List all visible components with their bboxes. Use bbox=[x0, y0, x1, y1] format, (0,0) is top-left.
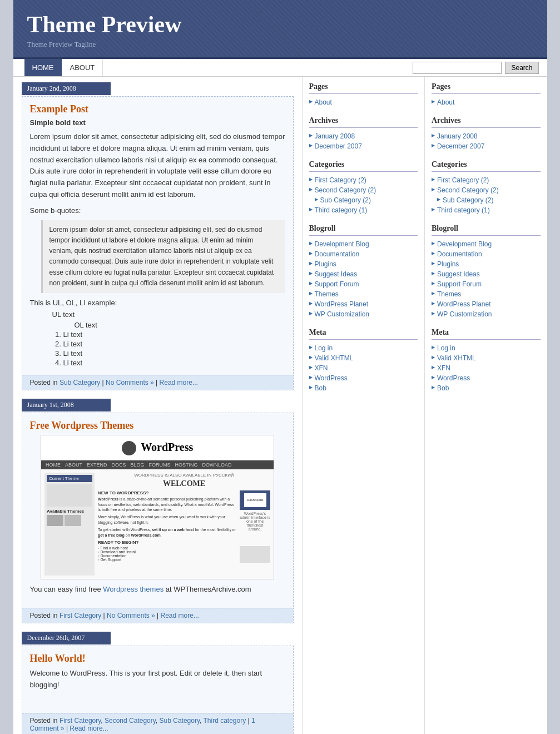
sidebar-pages-about-left[interactable]: About bbox=[315, 98, 332, 106]
sidebar-cat-sub-right[interactable]: Sub Category (2) bbox=[443, 196, 493, 204]
post-2-comments-link[interactable]: No Comments » bbox=[107, 612, 155, 619]
post-3-title: Hello World! bbox=[30, 653, 285, 664]
post-3-cat3-link[interactable]: Sub Category bbox=[160, 717, 200, 725]
post-1-li-list: Li text Li text Li text Li text bbox=[63, 330, 285, 367]
sidebar-meta-heading-left: Meta bbox=[309, 328, 418, 340]
post-1-read-more[interactable]: Read more... bbox=[160, 379, 198, 386]
sidebar-cat-first-right[interactable]: First Category (2) bbox=[437, 176, 489, 184]
sidebar-blogroll-right: Blogroll Development Blog Documentation … bbox=[432, 224, 541, 319]
sidebar-archives-heading-right: Archives bbox=[432, 116, 541, 128]
list-item: December 2007 bbox=[432, 141, 541, 151]
sidebar-cat-second-left[interactable]: Second Category (2) bbox=[315, 186, 376, 194]
sidebar-meta-list-left: Log in Valid XHTML XFN WordPress Bob bbox=[309, 343, 418, 393]
nav-about[interactable]: ABOUT bbox=[62, 59, 103, 76]
list-item: January 2008 bbox=[432, 131, 541, 141]
list-item: Li text bbox=[63, 349, 285, 358]
sidebar-archives-right: Archives January 2008 December 2007 bbox=[432, 116, 541, 151]
list-item: Bob bbox=[309, 383, 418, 393]
posted-in-label: Posted in bbox=[30, 717, 60, 725]
sidebar-meta-heading-right: Meta bbox=[432, 328, 541, 340]
post-1-bquotes-label: Some b-quotes: bbox=[30, 206, 285, 215]
list-item: January 2008 bbox=[309, 131, 418, 141]
wp-logo-bar: WordPress bbox=[41, 435, 274, 460]
list-item: Documentation bbox=[432, 249, 541, 259]
search-input[interactable] bbox=[413, 62, 502, 74]
list-item: Third category (1) bbox=[309, 205, 418, 215]
post-1-cat-link[interactable]: Sub Category bbox=[60, 379, 100, 386]
main-content: January 2nd, 2008 Example Post Simple bo… bbox=[13, 77, 303, 734]
post-2-title: Free Wordpress Themes bbox=[30, 420, 285, 432]
post-3-cat1-link[interactable]: First Category bbox=[60, 717, 101, 725]
post-1-comments-link[interactable]: No Comments » bbox=[106, 379, 154, 386]
sidebar-cat-first-left[interactable]: First Category (2) bbox=[315, 176, 366, 184]
post-1-title-link[interactable]: Example Post bbox=[30, 103, 89, 115]
post-3-read-more[interactable]: Read more... bbox=[70, 725, 108, 732]
sidebar-archive-jan-right[interactable]: January 2008 bbox=[437, 132, 478, 140]
post-3-cat2-link[interactable]: Second Category bbox=[105, 717, 156, 725]
sidebar-categories-left: Categories First Category (2) Second Cat… bbox=[309, 160, 418, 215]
sidebar-archives-left: Archives January 2008 December 2007 bbox=[309, 116, 418, 151]
sidebar-archive-jan-left[interactable]: January 2008 bbox=[315, 132, 355, 140]
list-item: Support Forum bbox=[309, 279, 418, 289]
post-1: Example Post Simple bold text Lorem ipsu… bbox=[22, 96, 294, 390]
post-2-title-link[interactable]: Free Wordpress Themes bbox=[30, 420, 134, 431]
list-item: Valid XHTML bbox=[432, 353, 541, 363]
list-item: Suggest Ideas bbox=[309, 269, 418, 279]
sidebar-archives-list-left: January 2008 December 2007 bbox=[309, 131, 418, 151]
wp-body: Current Theme Available Themes WORDPRESS… bbox=[41, 469, 274, 579]
sidebar-cat-third-right[interactable]: Third category (1) bbox=[437, 206, 490, 214]
post-2-read-more[interactable]: Read more... bbox=[161, 612, 199, 619]
wp-nav-bar: HOME ABOUT EXTEND DOCS BLOG FORUMS HOSTI… bbox=[41, 460, 274, 469]
sidebar-categories-heading-left: Categories bbox=[309, 160, 418, 172]
list-item: WordPress bbox=[432, 373, 541, 383]
sidebar: Pages About Archives January 2008 Decemb… bbox=[303, 77, 547, 734]
wp-main-small: WORDPRESS IS ALSO AVAILABLE IN РУССКИЙ W… bbox=[98, 473, 270, 576]
nav-home[interactable]: HOME bbox=[24, 59, 62, 76]
list-item: WP Customization bbox=[432, 309, 541, 319]
post-1-ul: UL text bbox=[52, 310, 285, 319]
wordpress-screenshot: WordPress HOME ABOUT EXTEND DOCS BLOG FO… bbox=[41, 435, 274, 579]
list-item: Li text bbox=[63, 330, 285, 339]
date-header-2: January 1st, 2008 bbox=[22, 399, 294, 411]
post-2-themes-link[interactable]: Wordpress themes bbox=[103, 585, 163, 593]
nav-links: HOME ABOUT bbox=[24, 59, 103, 76]
sidebar-meta-right: Meta Log in Valid XHTML XFN WordPress Bo… bbox=[432, 328, 541, 393]
sidebar-blogroll-list-left: Development Blog Documentation Plugins S… bbox=[309, 239, 418, 319]
list-item: December 2007 bbox=[309, 141, 418, 151]
site-title: Theme Preview bbox=[27, 11, 533, 38]
site-tagline: Theme Preview Tagline bbox=[27, 40, 533, 49]
sidebar-archive-dec-left[interactable]: December 2007 bbox=[315, 142, 362, 150]
list-item: Plugins bbox=[309, 259, 418, 269]
list-item: WordPress Planet bbox=[309, 299, 418, 309]
sidebar-pages-about-right[interactable]: About bbox=[437, 98, 454, 106]
post-3: Hello World! Welcome to WordPress. This … bbox=[22, 646, 294, 734]
posted-in-label: Posted in bbox=[30, 379, 60, 386]
sidebar-archives-list-right: January 2008 December 2007 bbox=[432, 131, 541, 151]
post-2-text: You can easy find free Wordpress themes … bbox=[30, 584, 285, 596]
post-2-date: January 1st, 2008 bbox=[22, 399, 111, 411]
post-3-cat4-link[interactable]: Third category bbox=[203, 717, 246, 725]
list-item: Valid XHTML bbox=[309, 353, 418, 363]
list-item: Support Forum bbox=[432, 279, 541, 289]
list-item: About bbox=[309, 97, 418, 107]
sidebar-categories-heading-right: Categories bbox=[432, 160, 541, 172]
sidebar-pages-right: Pages About bbox=[432, 82, 541, 107]
sidebar-archives-heading-left: Archives bbox=[309, 116, 418, 128]
sidebar-blogroll-left: Blogroll Development Blog Documentation … bbox=[309, 224, 418, 319]
post-2-cat-link[interactable]: First Category bbox=[60, 612, 101, 619]
search-button[interactable]: Search bbox=[505, 62, 538, 74]
sidebar-pages-left: Pages About bbox=[309, 82, 418, 107]
sidebar-cat-sub-left[interactable]: Sub Category (2) bbox=[320, 196, 371, 204]
list-item: Plugins bbox=[432, 259, 541, 269]
wp-sidebar-small: Current Theme Available Themes bbox=[44, 473, 95, 576]
sidebar-archive-dec-right[interactable]: December 2007 bbox=[437, 142, 484, 150]
sidebar-cat-second-right[interactable]: Second Category (2) bbox=[437, 186, 499, 194]
list-item: UL text bbox=[52, 310, 285, 319]
sidebar-col-right: Pages About Archives January 2008 Decemb… bbox=[425, 77, 547, 734]
header: Theme Preview Theme Preview Tagline bbox=[13, 0, 547, 59]
post-1-date: January 2nd, 2008 bbox=[22, 82, 111, 95]
post-3-title-link[interactable]: Hello World! bbox=[30, 653, 86, 664]
post-1-footer: Posted in Sub Category | No Comments » |… bbox=[22, 375, 293, 390]
sidebar-pages-list-right: About bbox=[432, 97, 541, 107]
sidebar-cat-third-left[interactable]: Third category (1) bbox=[315, 206, 368, 214]
